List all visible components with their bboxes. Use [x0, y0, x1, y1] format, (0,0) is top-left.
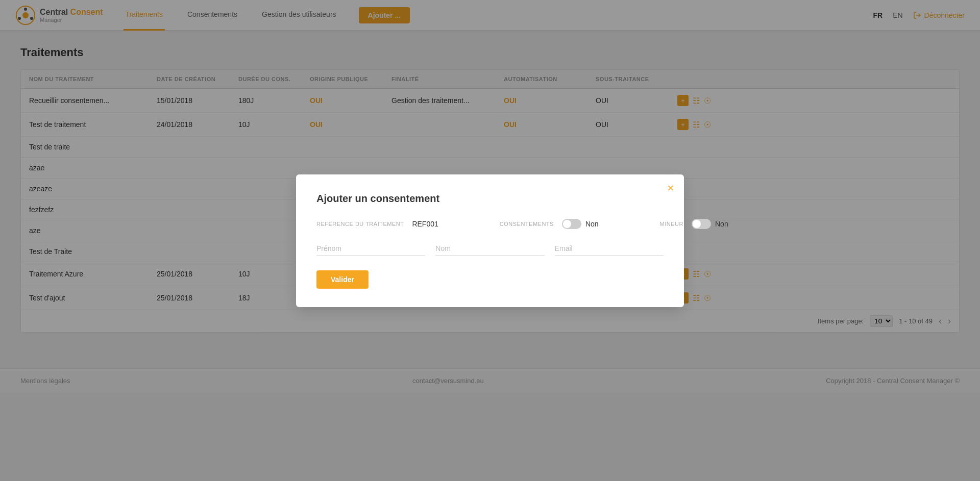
nom-field[interactable] [435, 241, 544, 256]
modal-mineur-value: Non [715, 220, 728, 228]
modal-mineur-group: MINEUR Non [660, 219, 728, 229]
modal-mineur-toggle[interactable] [692, 219, 711, 229]
modal-consentements-group: CONSENTEMENTS Non [500, 219, 599, 229]
modal-consentements-value: Non [585, 220, 599, 228]
modal-row-1: REFERENCE DU TRAITEMENT REF001 CONSENTEM… [316, 219, 664, 229]
modal-ref-label: REFERENCE DU TRAITEMENT [316, 221, 404, 227]
modal-title: Ajouter un consentement [316, 193, 664, 205]
modal-mineur-label: MINEUR [660, 221, 683, 227]
prenom-field[interactable] [316, 241, 425, 256]
modal-consentements-toggle[interactable] [562, 219, 581, 229]
modal-ref-value: REF001 [412, 220, 438, 228]
modal-mineur-toggle-wrap: Non [692, 219, 728, 229]
valider-button[interactable]: Valider [316, 270, 369, 289]
modal-overlay[interactable]: × Ajouter un consentement REFERENCE DU T… [0, 0, 980, 393]
email-field[interactable] [555, 241, 664, 256]
modal-consentements-label: CONSENTEMENTS [500, 221, 554, 227]
modal: × Ajouter un consentement REFERENCE DU T… [296, 174, 684, 307]
modal-inputs [316, 241, 664, 256]
modal-consentements-toggle-wrap: Non [562, 219, 599, 229]
modal-close-button[interactable]: × [667, 183, 674, 194]
modal-ref-group: REFERENCE DU TRAITEMENT REF001 [316, 220, 438, 228]
